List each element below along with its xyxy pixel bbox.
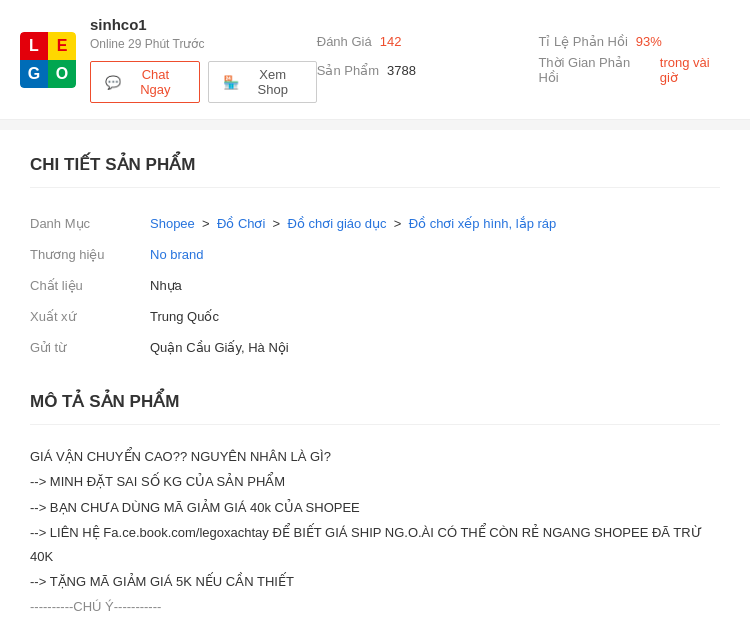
logo-cell-E: E bbox=[48, 32, 76, 60]
field-value-material: Nhựa bbox=[150, 270, 720, 301]
logo-cell-L: L bbox=[20, 32, 48, 60]
products-label: Sản Phẩm bbox=[317, 63, 379, 78]
brand-link[interactable]: No brand bbox=[150, 247, 203, 262]
field-label-material: Chất liệu bbox=[30, 270, 150, 301]
chat-button-label: Chat Ngay bbox=[126, 67, 185, 97]
shop-stats: Đánh Giá 142 Tỉ Lệ Phản Hồi 93% Sản Phẩm… bbox=[317, 34, 730, 85]
desc-line-4: --> LIÊN HỆ Fa.ce.book.com/legoxachtay Đ… bbox=[30, 521, 720, 568]
desc-line-2: --> MINH ĐẶT SAI SỐ KG CỦA SẢN PHẨM bbox=[30, 470, 720, 493]
view-shop-button[interactable]: 🏪 Xem Shop bbox=[208, 61, 317, 103]
shop-logo: L E G O bbox=[20, 32, 76, 88]
chat-button[interactable]: 💬 Chat Ngay bbox=[90, 61, 200, 103]
field-label-category: Danh Mục bbox=[30, 208, 150, 239]
breadcrumb-do-choi-giao-duc[interactable]: Đồ chơi giáo dục bbox=[287, 216, 386, 231]
desc-divider: ----------CHÚ Ý----------- bbox=[30, 595, 720, 618]
description-content: GIÁ VẬN CHUYỂN CAO?? NGUYÊN NHÂN LÀ GÌ? … bbox=[30, 445, 720, 621]
table-row: Xuất xứ Trung Quốc bbox=[30, 301, 720, 332]
rating-label: Đánh Giá bbox=[317, 34, 372, 49]
description-title: MÔ TẢ SẢN PHẨM bbox=[30, 391, 720, 425]
shop-header: L E G O sinhco1 Online 29 Phút Trước 💬 C… bbox=[0, 0, 750, 120]
breadcrumb-do-choi[interactable]: Đồ Chơi bbox=[217, 216, 266, 231]
logo-cell-O: O bbox=[48, 60, 76, 88]
shop-name: sinhco1 bbox=[90, 16, 317, 33]
desc-line-5: --> TẶNG MÃ GIẢM GIÁ 5K NẾU CẦN THIẾT bbox=[30, 570, 720, 593]
view-shop-button-label: Xem Shop bbox=[244, 67, 302, 97]
field-label-origin: Xuất xứ bbox=[30, 301, 150, 332]
response-rate-value: 93% bbox=[636, 34, 662, 49]
response-rate-label: Tỉ Lệ Phản Hồi bbox=[538, 34, 627, 49]
rating-value: 142 bbox=[380, 34, 402, 49]
logo-cell-G: G bbox=[20, 60, 48, 88]
response-time-label: Thời Gian Phản Hồi bbox=[538, 55, 651, 85]
product-detail-title: CHI TIẾT SẢN PHẨM bbox=[30, 154, 720, 188]
stat-products: Sản Phẩm 3788 bbox=[317, 55, 509, 85]
breadcrumb-do-choi-xep-hinh[interactable]: Đồ chơi xếp hình, lắp ráp bbox=[409, 216, 557, 231]
stat-response-time: Thời Gian Phản Hồi trong vài giờ bbox=[538, 55, 730, 85]
products-value: 3788 bbox=[387, 63, 416, 78]
shop-left-section: L E G O sinhco1 Online 29 Phút Trước 💬 C… bbox=[20, 16, 317, 103]
field-value-category: Shopee > Đồ Chơi > Đồ chơi giáo dục > Đồ… bbox=[150, 208, 720, 239]
field-value-brand: No brand bbox=[150, 239, 720, 270]
table-row: Thương hiệu No brand bbox=[30, 239, 720, 270]
stat-response-rate: Tỉ Lệ Phản Hồi 93% bbox=[538, 34, 730, 49]
store-icon: 🏪 bbox=[223, 75, 239, 90]
main-content: CHI TIẾT SẢN PHẨM Danh Mục Shopee > Đồ C… bbox=[0, 130, 750, 621]
chat-icon: 💬 bbox=[105, 75, 121, 90]
field-value-origin: Trung Quốc bbox=[150, 301, 720, 332]
shop-actions: 💬 Chat Ngay 🏪 Xem Shop bbox=[90, 61, 317, 103]
shop-info: sinhco1 Online 29 Phút Trước 💬 Chat Ngay… bbox=[90, 16, 317, 103]
desc-line-3: --> BẠN CHƯA DÙNG MÃ GIẢM GIÁ 40k CỦA SH… bbox=[30, 496, 720, 519]
breadcrumb-shopee[interactable]: Shopee bbox=[150, 216, 195, 231]
shop-online-status: Online 29 Phút Trước bbox=[90, 37, 317, 51]
desc-line-1: GIÁ VẬN CHUYỂN CAO?? NGUYÊN NHÂN LÀ GÌ? bbox=[30, 445, 720, 468]
table-row: Gửi từ Quận Cầu Giấy, Hà Nội bbox=[30, 332, 720, 363]
field-label-sent-from: Gửi từ bbox=[30, 332, 150, 363]
table-row: Danh Mục Shopee > Đồ Chơi > Đồ chơi giáo… bbox=[30, 208, 720, 239]
stat-rating: Đánh Giá 142 bbox=[317, 34, 509, 49]
field-value-sent-from: Quận Cầu Giấy, Hà Nội bbox=[150, 332, 720, 363]
response-time-value: trong vài giờ bbox=[660, 55, 730, 85]
product-detail-table: Danh Mục Shopee > Đồ Chơi > Đồ chơi giáo… bbox=[30, 208, 720, 363]
table-row: Chất liệu Nhựa bbox=[30, 270, 720, 301]
field-label-brand: Thương hiệu bbox=[30, 239, 150, 270]
